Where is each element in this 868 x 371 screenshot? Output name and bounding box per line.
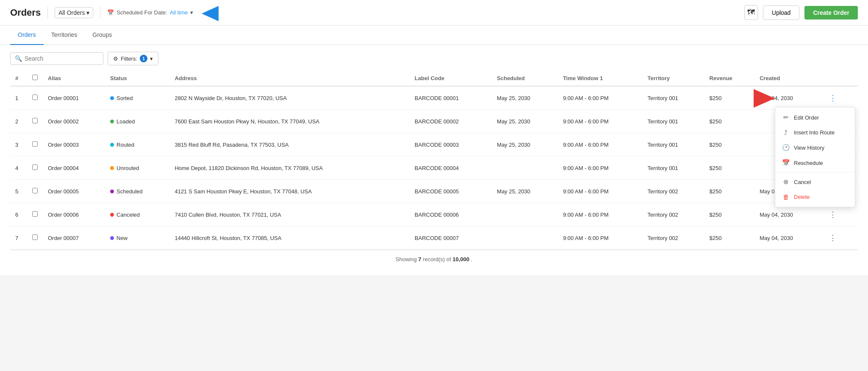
status-dot [110,120,114,123]
context-menu-label-cancel: Cancel [794,179,811,185]
cell-alias: Order 00002 [43,110,105,133]
map-icon: 🗺 [747,8,755,17]
cell-check[interactable] [27,156,43,180]
upload-button[interactable]: Upload [763,6,799,20]
tab-orders[interactable]: Orders [10,25,44,45]
filter-count-badge: 1 [140,55,147,62]
all-time-link[interactable]: All time [170,9,188,16]
footer-total-count: 10,000 [452,256,469,262]
cell-scheduled [492,226,558,250]
cell-label-code: BARCODE 00003 [410,133,492,156]
row-checkbox[interactable] [32,165,38,170]
cell-label-code: BARCODE 00006 [410,203,492,226]
table-row: 4 Order 00004 Unrouted Home Depot, 11820… [10,156,858,180]
cell-num: 3 [10,133,27,156]
cell-check[interactable] [27,180,43,203]
row-checkbox[interactable] [32,141,38,147]
cell-check[interactable] [27,133,43,156]
cell-alias: Order 00003 [43,133,105,156]
cell-scheduled [492,203,558,226]
col-header-territory: Territory [643,70,704,86]
row-checkbox[interactable] [32,95,38,100]
cell-check[interactable] [27,86,43,110]
status-dot [110,213,114,217]
row-checkbox[interactable] [32,234,38,240]
select-all-checkbox[interactable] [32,75,38,80]
cell-check[interactable] [27,203,43,226]
cell-alias: Order 00006 [43,203,105,226]
kebab-menu-button[interactable]: ⋮ [826,232,840,244]
col-header-created: Created [754,70,821,86]
context-menu-item-view-history[interactable]: 🕐 View History [775,140,855,155]
context-menu-icon-cancel: ⊗ [782,178,790,186]
cell-scheduled [492,156,558,180]
filter-icon: ⚙ [113,56,118,62]
cell-address: Home Depot, 11820 Dickinson Rd, Houston,… [169,156,409,180]
cell-address: 7600 East Sam Houston Pkwy N, Houston, T… [169,110,409,133]
tabs-bar: Orders Territories Groups [0,25,868,45]
cell-actions[interactable]: ⋮ [821,86,858,110]
main-content: 🔍 ⚙ Filters: 1 ▾ # [0,45,868,275]
cell-actions[interactable]: ⋮ [821,226,858,250]
kebab-menu-button[interactable]: ⋮ [826,208,840,221]
tab-groups[interactable]: Groups [85,25,119,45]
col-header-status: Status [105,70,169,86]
table-row: 3 Order 00003 Routed 3815 Red Bluff Rd, … [10,133,858,156]
table-row: 1 Order 00001 Sorted 2802 N Wayside Dr, … [10,86,858,110]
red-arrow [754,89,775,108]
all-orders-button[interactable]: All Orders ▾ [55,7,93,18]
footer-showing: Showing [396,256,418,262]
search-box[interactable]: 🔍 [10,52,103,65]
search-icon: 🔍 [15,55,22,62]
status-label: Scheduled [116,188,142,195]
cell-territory: Territory 001 [643,86,704,110]
cell-check[interactable] [27,110,43,133]
status-badge: Sorted [110,95,164,101]
cell-scheduled: May 25, 2030 [492,110,558,133]
table-row: 5 Order 00005 Scheduled 4121 S Sam Houst… [10,180,858,203]
cell-time-window: 9:00 AM - 6:00 PM [558,133,643,156]
cell-time-window: 9:00 AM - 6:00 PM [558,226,643,250]
cell-check[interactable] [27,226,43,250]
kebab-menu-button[interactable]: ⋮ [826,92,840,104]
tab-territories[interactable]: Territories [44,25,85,45]
context-menu-item-edit-order[interactable]: ✏ Edit Order [775,110,855,125]
cell-status: New [105,226,169,250]
context-menu-label-insert-into-route: Insert Into Route [794,129,835,136]
create-order-button[interactable]: Create Order [804,6,858,20]
table-row: 6 Order 00006 Canceled 7410 Cullen Blvd,… [10,203,858,226]
row-checkbox[interactable] [32,118,38,123]
cell-status: Canceled [105,203,169,226]
row-checkbox[interactable] [32,211,38,217]
cell-status: Loaded [105,110,169,133]
top-bar-right: 🗺 Upload Create Order [744,5,858,20]
red-arrow-indicator [754,89,775,108]
cell-alias: Order 00004 [43,156,105,180]
cell-label-code: BARCODE 00001 [410,86,492,110]
search-input[interactable] [25,55,99,62]
cell-time-window: 9:00 AM - 6:00 PM [558,110,643,133]
context-menu-label-edit-order: Edit Order [794,114,819,121]
context-menu-item-delete[interactable]: 🗑 Delete [775,190,855,204]
cell-address: 7410 Cullen Blvd, Houston, TX 77021, USA [169,203,409,226]
cell-status: Sorted [105,86,169,110]
row-checkbox[interactable] [32,188,38,193]
context-menu-icon-view-history: 🕐 [782,144,790,151]
context-menu-item-reschedule[interactable]: 📅 Reschedule [775,155,855,170]
cell-status: Routed [105,133,169,156]
col-header-scheduled: Scheduled [492,70,558,86]
col-header-check [27,70,43,86]
filter-button[interactable]: ⚙ Filters: 1 ▾ [108,52,158,65]
toolbar: 🔍 ⚙ Filters: 1 ▾ [10,52,858,65]
context-menu-item-insert-into-route[interactable]: ⤴ Insert Into Route [775,125,855,140]
context-menu-item-cancel[interactable]: ⊗ Cancel [775,174,855,190]
cell-time-window: 9:00 AM - 6:00 PM [558,86,643,110]
context-menu-icon-edit-order: ✏ [782,114,790,121]
blue-arrow-indicator [202,6,219,21]
table-row: 2 Order 00002 Loaded 7600 East Sam Houst… [10,110,858,133]
scheduled-filter[interactable]: 📅 Scheduled For Date: All time ▾ [107,9,193,16]
cell-num: 5 [10,180,27,203]
map-icon-button[interactable]: 🗺 [744,5,758,20]
col-header-alias: Alias [43,70,105,86]
divider-1 [47,7,48,19]
